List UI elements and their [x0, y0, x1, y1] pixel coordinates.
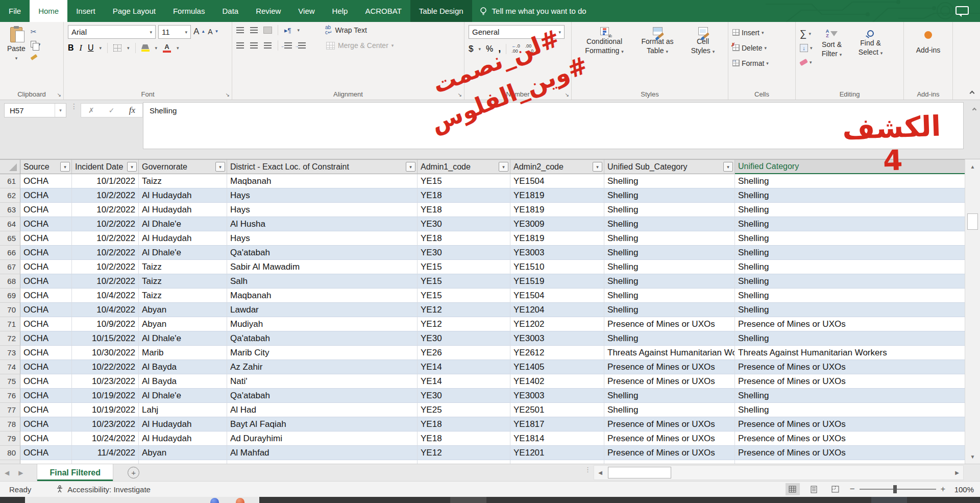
cell-unified_category[interactable]: Shelling	[735, 203, 965, 217]
cell-source[interactable]: OCHA	[20, 403, 72, 417]
cell-incident_date[interactable]: 10/24/2022	[72, 432, 139, 446]
cell-district[interactable]: Hays	[227, 203, 418, 217]
cell-admin2_code[interactable]: YE1519	[510, 274, 604, 289]
tab-insert[interactable]: Insert	[67, 0, 104, 22]
cell-unified_sub_category[interactable]: Shelling	[604, 203, 735, 217]
column-header-source[interactable]: Source▾	[20, 160, 72, 174]
cell-admin1_code[interactable]: YE12	[418, 446, 510, 460]
cell-admin1_code[interactable]: YE30	[418, 246, 510, 260]
cell-source[interactable]: OCHA	[20, 346, 72, 360]
cell-district[interactable]: Salh	[227, 274, 418, 289]
row-number[interactable]: 62	[0, 188, 20, 203]
column-header-incident_date[interactable]: Incident Date▾	[72, 160, 139, 174]
sheet-nav-right-icon[interactable]: ▶	[14, 464, 28, 481]
cell-source[interactable]: OCHA	[20, 331, 72, 346]
tab-review[interactable]: Review	[247, 0, 289, 22]
cell-admin1_code[interactable]: YE15	[418, 260, 510, 274]
cell-incident_date[interactable]: 11/5/2022	[72, 460, 139, 464]
row-number[interactable]: 68	[0, 274, 20, 289]
row-number[interactable]: 71	[0, 317, 20, 331]
cell-admin1_code[interactable]: YE18	[418, 188, 510, 203]
row-number[interactable]: 69	[0, 289, 20, 303]
cell-source[interactable]: OCHA	[20, 446, 72, 460]
cell-governorate[interactable]: Al Bayda	[139, 360, 227, 374]
tab-help[interactable]: Help	[324, 0, 357, 22]
cell-unified_sub_category[interactable]: Presence of Mines or UXOs	[604, 374, 735, 389]
row-number[interactable]: 79	[0, 432, 20, 446]
cell-unified_sub_category[interactable]: Presence of Mines or UXOs	[604, 460, 735, 464]
cell-admin2_code[interactable]: YE1204	[510, 303, 604, 317]
zoom-thumb[interactable]	[893, 485, 897, 493]
cell-unified_category[interactable]: Shelling	[735, 231, 965, 246]
cell-unified_sub_category[interactable]: Shelling	[604, 274, 735, 289]
cell-source[interactable]: OCHA	[20, 432, 72, 446]
cell-governorate[interactable]: Al Dhale'e	[139, 246, 227, 260]
cell-admin2_code[interactable]: YE1504	[510, 289, 604, 303]
cell-source[interactable]: OCHA	[20, 246, 72, 260]
cell-admin2_code[interactable]: YE3003	[510, 246, 604, 260]
cell-admin1_code[interactable]: YE30	[418, 217, 510, 231]
filter-button-admin1_code[interactable]: ▾	[499, 162, 508, 172]
cell-district[interactable]: Bayt Al Faqiah	[227, 417, 418, 432]
cell-admin1_code[interactable]: YE15	[418, 289, 510, 303]
cell-unified_sub_category[interactable]: Shelling	[604, 246, 735, 260]
cell-unified_category[interactable]: Presence of Mines or UXOs	[735, 374, 965, 389]
cell-admin1_code[interactable]: YE30	[418, 331, 510, 346]
cell-source[interactable]: OCHA	[20, 389, 72, 403]
cell-governorate[interactable]: Al Hudaydah	[139, 231, 227, 246]
row-number[interactable]: 73	[0, 346, 20, 360]
cell-source[interactable]: OCHA	[20, 217, 72, 231]
row-number[interactable]: 61	[0, 174, 20, 188]
cell-incident_date[interactable]: 10/2/2022	[72, 260, 139, 274]
row-number[interactable]: 75	[0, 374, 20, 389]
cell-incident_date[interactable]: 10/4/2022	[72, 289, 139, 303]
cell-source[interactable]: OCHA	[20, 188, 72, 203]
cell-unified_category[interactable]: Shelling	[735, 260, 965, 274]
underline-chevron[interactable]: ▾	[99, 45, 102, 51]
cell-admin1_code[interactable]: YE18	[418, 231, 510, 246]
bottom-align-icon[interactable]	[264, 27, 272, 33]
decrease-indent-icon[interactable]: ←	[284, 42, 292, 49]
row-number[interactable]: 67	[0, 260, 20, 274]
cell-incident_date[interactable]: 10/9/2022	[72, 317, 139, 331]
cell-admin1_code[interactable]: YE18	[418, 203, 510, 217]
zoom-slider[interactable]: − +	[850, 484, 945, 494]
cell-unified_category[interactable]: Shelling	[735, 274, 965, 289]
cell-admin2_code[interactable]: YE1402	[510, 460, 604, 464]
comma-button[interactable]: ,	[498, 43, 501, 54]
scrollbar-splitter[interactable]: ⋮	[584, 468, 591, 471]
cell-unified_sub_category[interactable]: Presence of Mines or UXOs	[604, 360, 735, 374]
insert-cells-button[interactable]: Insert▾	[732, 26, 764, 39]
cell-governorate[interactable]: Taizz	[139, 260, 227, 274]
row-number[interactable]: 65	[0, 231, 20, 246]
cell-admin2_code[interactable]: YE1819	[510, 203, 604, 217]
cell-unified_sub_category[interactable]: Shelling	[604, 260, 735, 274]
cell-unified_category[interactable]: Presence of Mines or UXOs	[735, 417, 965, 432]
tab-formulas[interactable]: Formulas	[164, 0, 214, 22]
name-box[interactable]: H57 ▾	[4, 103, 66, 117]
format-as-table-button[interactable]: Format as Table ▾	[634, 25, 681, 57]
row-number[interactable]: 78	[0, 417, 20, 432]
cell-incident_date[interactable]: 10/23/2022	[72, 374, 139, 389]
sheet-nav-left-icon[interactable]: ◀	[0, 464, 14, 481]
clear-button[interactable]: ▾	[800, 56, 813, 68]
font-color-chevron[interactable]: ▾	[177, 45, 179, 51]
cell-district[interactable]: Ad Durayhimi	[227, 432, 418, 446]
cell-admin1_code[interactable]: YE14	[418, 360, 510, 374]
cell-unified_sub_category[interactable]: Presence of Mines or UXOs	[604, 417, 735, 432]
cell-district[interactable]: Marib City	[227, 346, 418, 360]
row-number[interactable]: 81	[0, 460, 20, 464]
formula-bar-grip[interactable]: ⋮	[70, 104, 78, 108]
cell-source[interactable]: OCHA	[20, 460, 72, 464]
tab-file[interactable]: File	[0, 0, 30, 22]
wrap-text-button[interactable]: abc↵ Wrap Text	[325, 25, 367, 35]
cell-governorate[interactable]: Abyan	[139, 317, 227, 331]
horizontal-scrollbar[interactable]: ◀ ▶	[594, 465, 964, 480]
cell-district[interactable]: Mudiyah	[227, 317, 418, 331]
cell-district[interactable]: Qa'atabah	[227, 389, 418, 403]
cell-unified_sub_category[interactable]: Presence of Mines or UXOs	[604, 432, 735, 446]
row-number[interactable]: 80	[0, 446, 20, 460]
cell-incident_date[interactable]: 11/4/2022	[72, 446, 139, 460]
cell-admin2_code[interactable]: YE2501	[510, 403, 604, 417]
delete-cells-button[interactable]: ✗ Delete▾	[732, 41, 767, 54]
